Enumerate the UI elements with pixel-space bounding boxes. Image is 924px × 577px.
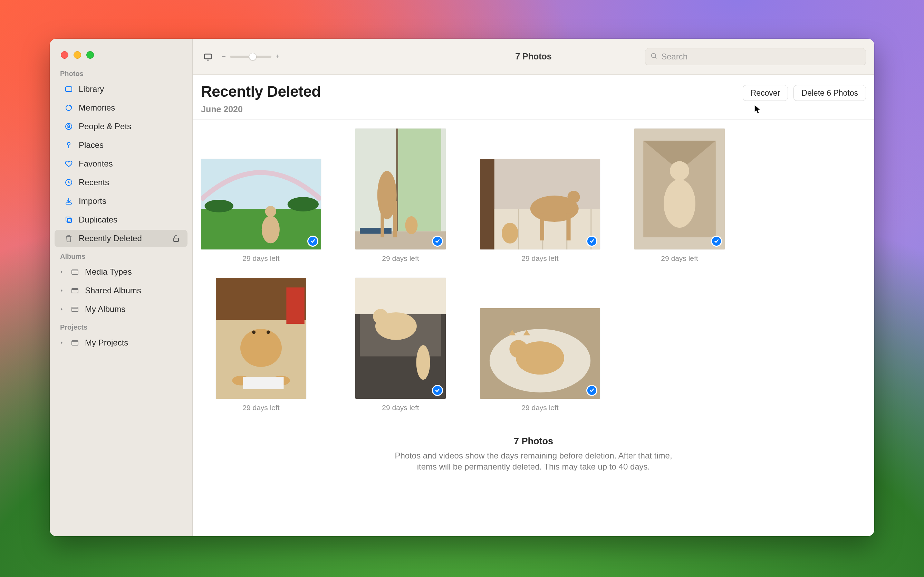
days-left-label: 29 days left <box>521 254 558 263</box>
sidebar-item-label: Duplicates <box>79 215 181 225</box>
minimize-window-button[interactable] <box>74 51 81 59</box>
sidebar-item-my-projects[interactable]: My Projects <box>55 334 188 351</box>
sidebar-item-recently-deleted[interactable]: Recently Deleted <box>55 230 188 247</box>
days-left-label: 29 days left <box>661 254 698 263</box>
svg-rect-27 <box>360 228 392 234</box>
footer-info: 7 Photos Photos and videos show the days… <box>378 419 689 487</box>
fullscreen-window-button[interactable] <box>86 51 94 59</box>
sidebar-section-albums: Albums <box>50 248 192 263</box>
svg-point-52 <box>240 329 282 367</box>
photo-cell: 29 days left <box>341 278 461 412</box>
photo-grid: 29 days left29 days left29 days left29 d… <box>193 119 874 419</box>
slider-track[interactable] <box>230 56 272 58</box>
sidebar-item-label: Recents <box>79 177 181 187</box>
recover-button[interactable]: Recover <box>743 85 788 101</box>
svg-point-4 <box>67 125 70 127</box>
photo-thumbnail[interactable] <box>634 129 725 250</box>
toolbar: − + 7 Photos <box>193 39 874 75</box>
sidebar-item-places[interactable]: Places <box>55 137 188 154</box>
svg-rect-29 <box>381 201 384 237</box>
svg-rect-55 <box>243 377 284 389</box>
svg-point-22 <box>265 206 276 217</box>
selection-check-icon <box>586 235 597 247</box>
svg-point-21 <box>262 216 280 243</box>
days-left-label: 29 days left <box>382 403 419 412</box>
photo-cell: 29 days left <box>341 129 461 263</box>
svg-point-16 <box>652 53 656 57</box>
unlock-icon <box>172 234 181 243</box>
svg-rect-0 <box>66 87 72 92</box>
selection-check-icon <box>586 385 597 396</box>
sidebar-item-duplicates[interactable]: Duplicates <box>55 211 188 228</box>
svg-rect-15 <box>204 54 211 59</box>
selection-check-icon <box>432 385 443 396</box>
sidebar-item-label: Recently Deleted <box>79 234 166 243</box>
sidebar-item-library[interactable]: Library <box>55 81 188 98</box>
memories-icon <box>64 103 73 112</box>
sidebar-item-recents[interactable]: Recents <box>55 174 188 191</box>
folder-icon <box>71 286 79 295</box>
sidebar-item-label: Favorites <box>79 159 181 169</box>
svg-rect-14 <box>72 341 78 345</box>
main-panel: − + 7 Photos Recently Deleted June 2020 … <box>193 39 874 536</box>
photo-cell: 29 days left <box>480 308 600 412</box>
svg-rect-41 <box>540 213 544 240</box>
window-controls <box>50 43 192 65</box>
aspect-toggle-button[interactable] <box>201 50 215 64</box>
clock-icon <box>64 178 73 187</box>
chevron-right-icon <box>59 307 65 311</box>
close-window-button[interactable] <box>61 51 68 59</box>
days-left-label: 29 days left <box>382 254 419 263</box>
svg-point-47 <box>664 179 696 228</box>
svg-rect-13 <box>72 307 78 312</box>
svg-point-5 <box>67 142 70 145</box>
sidebar-item-label: People & Pets <box>79 122 181 131</box>
svg-rect-8 <box>66 217 70 221</box>
photo-thumbnail[interactable] <box>480 159 600 250</box>
sidebar-section-photos: Photos <box>50 65 192 80</box>
sidebar-item-imports[interactable]: Imports <box>55 192 188 210</box>
svg-point-44 <box>502 223 518 243</box>
sidebar-item-label: Shared Albums <box>85 286 181 295</box>
sidebar-item-shared-albums[interactable]: Shared Albums <box>55 282 188 299</box>
zoom-slider[interactable]: − + <box>221 53 280 60</box>
sidebar-item-label: My Albums <box>85 305 181 314</box>
selection-check-icon <box>711 235 722 247</box>
svg-point-57 <box>267 330 270 334</box>
slider-thumb[interactable] <box>249 53 257 60</box>
sidebar-item-label: Imports <box>79 196 181 206</box>
sidebar-item-people-pets[interactable]: People & Pets <box>55 118 188 135</box>
heart-icon <box>64 159 73 168</box>
chevron-right-icon <box>59 341 65 345</box>
svg-rect-24 <box>396 129 441 232</box>
photo-thumbnail[interactable] <box>480 308 600 399</box>
sidebar-item-media-types[interactable]: Media Types <box>55 263 188 280</box>
photo-thumbnail[interactable] <box>355 278 446 399</box>
delete-button[interactable]: Delete 6 Photos <box>794 85 866 101</box>
search-field[interactable] <box>645 48 866 65</box>
svg-rect-51 <box>286 287 304 324</box>
svg-rect-18 <box>201 209 321 250</box>
sidebar-item-my-albums[interactable]: My Albums <box>55 301 188 318</box>
photo-thumbnail[interactable] <box>355 129 446 250</box>
header-actions: Recover Delete 6 Photos <box>743 83 866 101</box>
folder-icon <box>71 305 79 314</box>
photo-thumbnail[interactable] <box>201 159 321 250</box>
photo-thumbnail[interactable] <box>216 278 306 399</box>
folder-icon <box>71 338 79 347</box>
svg-point-19 <box>204 200 233 213</box>
sidebar-item-favorites[interactable]: Favorites <box>55 155 188 172</box>
trash-icon <box>64 234 73 243</box>
sidebar-item-label: My Projects <box>85 338 181 348</box>
zoom-out-icon: − <box>221 53 227 60</box>
selection-check-icon <box>432 235 443 247</box>
content-scroll[interactable]: 29 days left29 days left29 days left29 d… <box>193 119 874 536</box>
duplicates-icon <box>64 215 73 224</box>
svg-point-63 <box>373 309 388 324</box>
sidebar-item-memories[interactable]: Memories <box>55 99 188 116</box>
search-input[interactable] <box>661 52 861 61</box>
content-header: Recently Deleted June 2020 Recover Delet… <box>193 75 874 119</box>
svg-rect-30 <box>393 201 397 237</box>
photo-cell: 29 days left <box>201 159 321 263</box>
svg-rect-7 <box>66 203 71 204</box>
